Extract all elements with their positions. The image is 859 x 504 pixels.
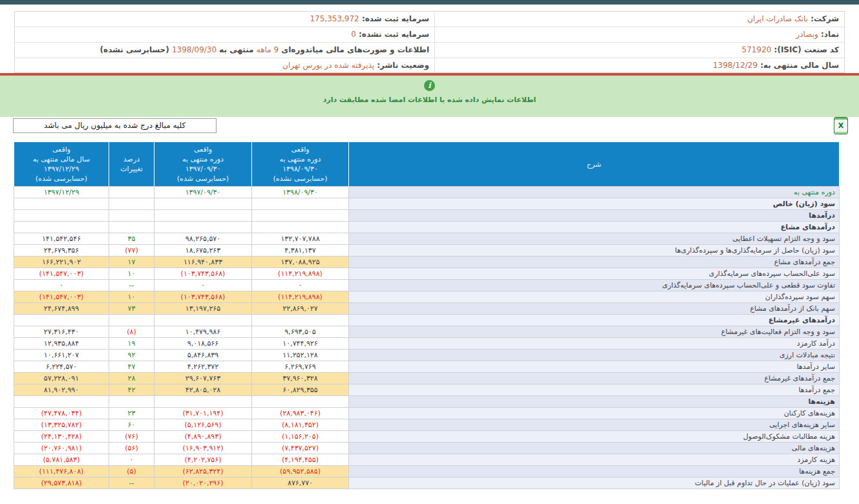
value-cell-pct: (۷۷): [109, 245, 154, 257]
value-cell-vyear: ۸۱,۹۰۲,۹۹۰: [14, 384, 109, 396]
info-value: 0: [351, 30, 356, 39]
row-label: تفاوت سود قطعی و علی‌الحساب سپرده‌های سر…: [349, 280, 840, 291]
info-label: سرمایه ثبت نشده:: [356, 30, 429, 39]
info-label: سال مالی منتهی به:: [758, 61, 839, 70]
value-cell-vyear: ۲۷,۳۱۶,۴۳۰: [14, 326, 109, 338]
value-cell-vyear: (۱۴۱,۵۴۷,۰۰۳): [14, 268, 109, 280]
top-accent-bar: [0, 0, 859, 5]
info-row: کد صنعت (ISIC): 571920اطلاعات و صورت‌های…: [15, 43, 844, 58]
table-header-row: شرحواقعیدوره منتهی به۱۳۹۸/۰۹/۳۰(حسابرسی …: [14, 142, 840, 187]
value-cell-v1398: (۲۸,۹۸۳,۰۴۶): [252, 408, 349, 419]
row-label: سود و وجه التزام فعالیت‌های غیرمشاع: [349, 326, 840, 338]
signature-match-text: اطلاعات نمایش داده شده با اطلاعات امضا ش…: [0, 96, 859, 104]
table-row: سایر درآمدها۶,۲۶۹,۷۶۹۴,۲۶۲,۳۷۲۴۷۶,۲۲۴,۵۷…: [14, 361, 840, 373]
info-value: 9 ماهه: [257, 45, 279, 54]
value-cell-pct: --: [109, 280, 154, 291]
table-row: هزینه مطالبات مشکوک‌الوصول(۱,۱۵۶,۲۰۵)(۴,…: [14, 431, 840, 443]
value-cell-v1398: (۱۱۴,۲۱۹,۸۹۸): [252, 291, 349, 303]
value-cell-v1398: ۶,۲۶۹,۷۶۹: [252, 361, 349, 373]
value-cell-v1397: ۵,۸۴۶,۸۳۹: [154, 350, 252, 361]
info-value: 1398/09/30: [172, 45, 217, 54]
value-cell-v1397: ۱۰,۴۷۹,۹۸۶: [154, 326, 252, 338]
financial-statement-table: شرحواقعیدوره منتهی به۱۳۹۸/۰۹/۳۰(حسابرسی …: [14, 142, 840, 489]
value-cell-v1398: ۴,۳۸۱,۱۳۷: [252, 245, 349, 257]
value-cell-pct: ۱۹: [109, 338, 154, 350]
excel-export-icon[interactable]: X: [833, 116, 849, 134]
value-cell-vyear: ۱۰,۶۶۱,۲۰۷: [14, 350, 109, 361]
table-row: درآمدها: [14, 210, 840, 222]
row-label: دوره منتهی به: [349, 187, 840, 198]
table-row: سهم بانک از درآمدهای مشاع۲۲,۸۶۹,۰۲۷۱۳,۱۹…: [14, 303, 840, 315]
excel-sheet-glyph: X: [834, 117, 848, 134]
column-header-desc: شرح: [349, 142, 840, 187]
value-cell-pct: [109, 222, 154, 233]
value-cell-pct: ۴۷: [109, 361, 154, 373]
table-row: هزینه‌های کارکنان(۲۸,۹۸۳,۰۴۶)(۳۱,۷۰۱,۱۹۴…: [14, 408, 840, 419]
value-cell-pct: (۷۶): [109, 431, 154, 443]
value-cell-v1398: (۸,۱۸۱,۳۵۲): [252, 419, 349, 431]
value-cell-v1397: (۴,۸۹۰,۸۹۳): [154, 431, 252, 443]
value-cell-pct: (۵): [109, 466, 154, 478]
row-label: هزینه مطالبات مشکوک‌الوصول: [349, 431, 840, 443]
table-row: درآمدهای غیرمشاع: [14, 315, 840, 326]
value-cell-v1398: ۸۷۶,۷۷۰: [252, 478, 349, 489]
value-cell-vyear: [14, 210, 109, 222]
table-row: سهم سود سپرده‌گذاران(۱۱۴,۲۱۹,۸۹۸)(۱۰۳,۷۴…: [14, 291, 840, 303]
value-cell-pct: --: [109, 478, 154, 489]
table-row: درآمد کارمزد۱۰,۷۴۴,۹۲۶۹,۰۱۸,۵۶۶۱۹۱۲,۹۳۵,…: [14, 338, 840, 350]
info-label: کد صنعت (ISIC):: [771, 45, 839, 54]
value-cell-vyear: (۱۳,۳۲۵,۷۸۲): [14, 419, 109, 431]
value-cell-v1398: ۰: [252, 280, 349, 291]
info-row: شرکت: بانک صادرات ایرانسرمایه ثبت شده: 1…: [15, 12, 844, 27]
value-cell-v1398: (۱,۱۵۶,۲۰۵): [252, 431, 349, 443]
value-cell-v1398: [252, 198, 349, 210]
value-cell-v1398: ۹,۶۹۳,۵۰۵: [252, 326, 349, 338]
value-cell-vyear: ۰: [14, 280, 109, 291]
table-row: سایر هزینه‌های اجرایی(۸,۱۸۱,۳۵۲)(۵,۱۲۶,۵…: [14, 419, 840, 431]
info-label: نماد:: [818, 30, 839, 39]
info-value: 571920: [742, 45, 772, 54]
value-cell-vyear: (۵,۷۸۱,۵۸۳): [14, 454, 109, 466]
table-row: جمع هزینه‌ها(۵۹,۹۵۲,۵۸۵)(۶۲,۸۲۵,۳۲۴)(۵)(…: [14, 466, 840, 478]
table-row: سود علی‌الحساب سپرده‌های سرمایه‌گذاری(۱۱…: [14, 268, 840, 280]
value-cell-vyear: [14, 222, 109, 233]
value-cell-v1397: (۳۱,۷۰۱,۱۹۴): [154, 408, 252, 419]
value-cell-pct: [109, 210, 154, 222]
value-cell-vyear: ۱۳۹۷/۱۲/۲۹: [14, 187, 109, 198]
info-row: نماد: وبصادرسرمایه ثبت نشده: 0: [15, 27, 844, 43]
table-row: درآمدهای مشاع: [14, 222, 840, 233]
info-cell-right: کد صنعت (ISIC): 571920: [434, 43, 844, 58]
value-cell-v1398: ۱۳۷,۰۸۸,۹۲۵: [252, 257, 349, 268]
company-info-table: شرکت: بانک صادرات ایرانسرمایه ثبت شده: 1…: [14, 11, 845, 73]
info-value: وبصادر: [796, 30, 818, 39]
info-cell-right: شرکت: بانک صادرات ایران: [434, 12, 844, 26]
value-cell-v1397: ۹,۰۱۸,۵۶۶: [154, 338, 252, 350]
value-cell-vyear: [14, 396, 109, 408]
row-label: جمع هزینه‌ها: [349, 466, 840, 478]
info-cell-left: وضعیت ناشر: پذیرفته شده در بورس تهران: [15, 58, 434, 73]
info-icon: i: [424, 80, 435, 91]
info-value: 1398/12/29: [713, 61, 758, 70]
row-label: درآمد کارمزد: [349, 338, 840, 350]
info-value: بانک صادرات ایران: [747, 14, 808, 23]
value-cell-v1398: ۳۷,۹۶۰,۳۲۸: [252, 373, 349, 384]
value-cell-v1397: [154, 198, 252, 210]
info-cell-right: نماد: وبصادر: [434, 27, 844, 42]
table-row: دوره منتهی به۱۳۹۸/۰۹/۳۰۱۳۹۷/۰۹/۳۰۱۳۹۷/۱۲…: [14, 187, 840, 198]
value-cell-vyear: (۲۹,۵۷۳,۸۱۸): [14, 478, 109, 489]
info-label: سرمایه ثبت شده:: [359, 14, 429, 23]
value-cell-v1398: (۷,۴۳۷,۵۲۷): [252, 443, 349, 454]
row-label: جمع درآمدهای غیرمشاع: [349, 373, 840, 384]
info-cell-left: اطلاعات و صورت‌های مالی میاندوره‌ای 9 ما…: [15, 43, 434, 58]
value-cell-v1398: (۴,۱۹۴,۴۵۵): [252, 454, 349, 466]
value-cell-v1398: ۱۱,۲۵۲,۱۲۸: [252, 350, 349, 361]
info-value: پذیرفته شده در بورس تهران: [282, 61, 374, 70]
value-cell-v1397: ۴,۲۶۲,۳۷۲: [154, 361, 252, 373]
info-row: سال مالی منتهی به: 1398/12/29وضعیت ناشر:…: [15, 58, 844, 73]
info-value: 175,353,972: [310, 14, 359, 23]
value-cell-v1397: [154, 396, 252, 408]
row-label: سود و وجه التزام تسهیلات اعطایی: [349, 233, 840, 245]
row-label: درآمدها: [349, 210, 840, 222]
row-label: درآمدهای مشاع: [349, 222, 840, 233]
row-label: سایر درآمدها: [349, 361, 840, 373]
